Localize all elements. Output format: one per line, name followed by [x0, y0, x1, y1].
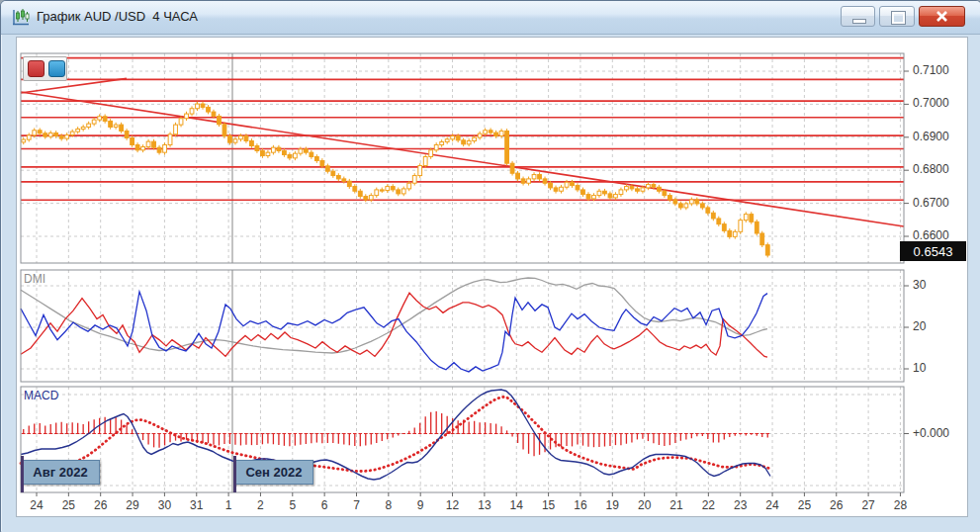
date-tick-label: 29: [120, 498, 145, 512]
date-tick-label: 6: [312, 498, 337, 512]
date-tick-label: 13: [472, 498, 497, 512]
price-tick-label: 0.7100: [913, 63, 949, 77]
date-tick-label: 16: [568, 498, 593, 512]
month-start-line-aug: [21, 456, 24, 492]
date-tick-label: 15: [536, 498, 562, 512]
date-tick-label: 8: [376, 498, 401, 512]
price-tick-label: 0.6800: [913, 162, 949, 176]
price-tick-label: 0.6600: [913, 228, 949, 242]
date-tick-label: 9: [407, 498, 433, 512]
macd-zero-label: +0.000: [913, 426, 949, 440]
date-tick-label: 24: [24, 498, 49, 512]
current-price-badge: 0.6543: [900, 241, 966, 261]
month-label-sep: Сен 2022: [234, 460, 313, 485]
date-tick-label: 22: [695, 498, 721, 512]
month-start-line-sep: [233, 456, 236, 492]
chart-toolbar: [23, 56, 67, 81]
date-tick-label: 30: [151, 498, 177, 512]
price-tick-label: 0.7000: [913, 96, 949, 110]
date-tick-label: 20: [632, 498, 658, 512]
blue-square-button[interactable]: [48, 60, 65, 77]
red-square-button[interactable]: [28, 60, 45, 77]
date-tick-label: 5: [280, 498, 306, 512]
date-tick-label: 12: [440, 498, 466, 512]
date-tick-label: 27: [855, 498, 881, 512]
date-tick-label: 31: [184, 498, 210, 512]
date-tick-label: 23: [728, 498, 754, 512]
date-tick-label: 26: [824, 498, 849, 512]
price-tick-label: 0.6700: [913, 196, 949, 210]
app-window: График AUD /USD 4 ЧАСА DMI MACD Авг 2022…: [0, 0, 980, 532]
price-chart[interactable]: [1, 1, 980, 532]
date-tick-label: 1: [216, 498, 241, 512]
date-tick-label: 26: [88, 498, 114, 512]
date-tick-label: 14: [503, 498, 529, 512]
date-tick-label: 21: [664, 498, 689, 512]
date-tick-label: 7: [344, 498, 370, 512]
macd-panel-label: MACD: [24, 389, 58, 402]
date-tick-label: 19: [599, 498, 625, 512]
dmi-tick-label: 20: [913, 319, 926, 333]
dmi-tick-label: 30: [913, 278, 926, 292]
dmi-panel-label: DMI: [24, 272, 45, 286]
date-tick-label: 2: [247, 498, 273, 512]
date-tick-label: 25: [791, 498, 817, 512]
date-tick-label: 24: [759, 498, 785, 512]
month-label-aug: Авг 2022: [21, 460, 100, 485]
date-tick-label: 25: [55, 498, 81, 512]
date-tick-label: 28: [887, 498, 913, 512]
dmi-tick-label: 10: [913, 361, 926, 375]
price-tick-label: 0.6900: [913, 130, 949, 143]
